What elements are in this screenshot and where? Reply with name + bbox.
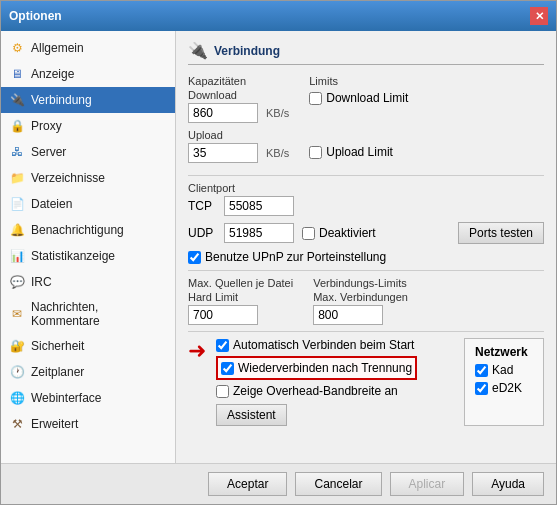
sidebar-item-server[interactable]: 🖧 Server [1,139,175,165]
sidebar-item-nachrichten[interactable]: ✉ Nachrichten, Kommentare [1,295,175,333]
sidebar-label-server: Server [31,145,66,159]
download-limit-checkbox-label[interactable]: Download Limit [309,91,408,105]
main-window: Optionen ✕ ⚙ Allgemein 🖥 Anzeige 🔌 Verbi… [0,0,557,505]
divider-1 [188,175,544,176]
ed2k-checkbox-label[interactable]: eD2K [475,381,533,395]
tcp-row: TCP [188,196,544,216]
overhead-checkbox-label[interactable]: Zeige Overhead-Bandbreite an [216,384,417,398]
upload-input[interactable] [188,143,258,163]
sidebar-item-benachrichtigung[interactable]: 🔔 Benachrichtigung [1,217,175,243]
sidebar-label-dateien: Dateien [31,197,72,211]
aplicar-button[interactable]: Aplicar [390,472,465,496]
section-title: Verbindung [214,44,280,58]
verbindung-section-icon: 🔌 [188,41,208,60]
sidebar-item-allgemein[interactable]: ⚙ Allgemein [1,35,175,61]
sidebar-item-statistikanzeige[interactable]: 📊 Statistikanzeige [1,243,175,269]
right-panel: 🔌 Verbindung Kapazitäten Download KB/s U… [176,31,556,463]
divider-2 [188,270,544,271]
clientport-label: Clientport [188,182,544,194]
allgemein-icon: ⚙ [9,40,25,56]
verbinden-section: ➜ Automatisch Verbinden beim Start Wiede… [188,338,444,426]
statistikanzeige-icon: 📊 [9,248,25,264]
upload-limit-checkbox-label[interactable]: Upload Limit [309,145,408,159]
dateien-icon: 📄 [9,196,25,212]
aceptar-button[interactable]: Aceptar [208,472,287,496]
download-label: Download [188,89,289,101]
sidebar-item-verzeichnisse[interactable]: 📁 Verzeichnisse [1,165,175,191]
sidebar-item-anzeige[interactable]: 🖥 Anzeige [1,61,175,87]
download-row: KB/s [188,103,289,123]
arrow-indicator: ➜ [188,338,206,364]
deaktiviert-label: Deaktiviert [319,226,376,240]
kad-checkbox-label[interactable]: Kad [475,363,533,377]
ayuda-button[interactable]: Ayuda [472,472,544,496]
auto-verbinden-checkbox-label[interactable]: Automatisch Verbinden beim Start [216,338,417,352]
assistent-button[interactable]: Assistent [216,404,287,426]
download-input[interactable] [188,103,258,123]
max-verbindungen-input[interactable] [313,305,383,325]
download-unit: KB/s [266,107,289,119]
kapazitaeten-label: Kapazitäten [188,75,289,87]
sidebar-item-dateien[interactable]: 📄 Dateien [1,191,175,217]
netzwerk-title: Netzwerk [475,345,533,359]
sidebar: ⚙ Allgemein 🖥 Anzeige 🔌 Verbindung 🔒 Pro… [1,31,176,463]
sidebar-item-zeitplaner[interactable]: 🕐 Zeitplaner [1,359,175,385]
benachrichtigung-icon: 🔔 [9,222,25,238]
tcp-label: TCP [188,199,216,213]
sidebar-item-verbindung[interactable]: 🔌 Verbindung [1,87,175,113]
udp-label: UDP [188,226,216,240]
udp-row: UDP Deaktiviert Ports testen [188,222,544,244]
kad-label: Kad [492,363,513,377]
sidebar-label-verbindung: Verbindung [31,93,92,107]
bottom-section: ➜ Automatisch Verbinden beim Start Wiede… [188,338,544,426]
overhead-checkbox[interactable] [216,385,229,398]
limits-label: Limits [309,75,408,87]
sidebar-label-statistikanzeige: Statistikanzeige [31,249,115,263]
title-bar: Optionen ✕ [1,1,556,31]
upload-limit-checkbox[interactable] [309,146,322,159]
erweitert-icon: ⚒ [9,416,25,432]
webinterface-icon: 🌐 [9,390,25,406]
ed2k-checkbox[interactable] [475,382,488,395]
wiederverbinden-checkbox-label[interactable]: Wiederverbinden nach Trennung [221,361,412,375]
sidebar-label-proxy: Proxy [31,119,62,133]
sidebar-item-proxy[interactable]: 🔒 Proxy [1,113,175,139]
verbindungs-limits-label: Verbindungs-Limits [313,277,408,289]
cancelar-button[interactable]: Cancelar [295,472,381,496]
max-quellen-section: Max. Quellen je Datei Hard Limit [188,277,293,325]
ports-testen-button[interactable]: Ports testen [458,222,544,244]
deaktiviert-checkbox[interactable] [302,227,315,240]
kapazitaeten-limits-row: Kapazitäten Download KB/s Upload KB/s [188,75,544,169]
sidebar-item-webinterface[interactable]: 🌐 Webinterface [1,385,175,411]
max-quellen-label: Max. Quellen je Datei [188,277,293,289]
upnp-checkbox-label[interactable]: Benutze UPnP zur Porteinstellung [188,250,544,264]
download-limit-checkbox[interactable] [309,92,322,105]
max-verbindungen-label: Max. Verbindungen [313,291,408,303]
upload-label: Upload [188,129,289,141]
anzeige-icon: 🖥 [9,66,25,82]
sidebar-label-verzeichnisse: Verzeichnisse [31,171,105,185]
wiederverbinden-checkbox[interactable] [221,362,234,375]
kapazitaeten-section: Kapazitäten Download KB/s Upload KB/s [188,75,289,169]
overhead-label: Zeige Overhead-Bandbreite an [233,384,398,398]
irc-icon: 💬 [9,274,25,290]
tcp-input[interactable] [224,196,294,216]
wiederverbinden-label: Wiederverbinden nach Trennung [238,361,412,375]
sidebar-item-erweitert[interactable]: ⚒ Erweitert [1,411,175,437]
close-button[interactable]: ✕ [530,7,548,25]
udp-input[interactable] [224,223,294,243]
hard-limit-input[interactable] [188,305,258,325]
nachrichten-icon: ✉ [9,306,25,322]
limits-section: Limits Download Limit Upload Limit [309,75,408,169]
sidebar-label-allgemein: Allgemein [31,41,84,55]
kad-checkbox[interactable] [475,364,488,377]
deaktiviert-checkbox-label[interactable]: Deaktiviert [302,226,376,240]
auto-verbinden-checkbox[interactable] [216,339,229,352]
sidebar-item-irc[interactable]: 💬 IRC [1,269,175,295]
upnp-checkbox[interactable] [188,251,201,264]
sidebar-label-erweitert: Erweitert [31,417,78,431]
divider-3 [188,331,544,332]
footer: Aceptar Cancelar Aplicar Ayuda [1,463,556,504]
section-header: 🔌 Verbindung [188,41,544,65]
sidebar-item-sicherheit[interactable]: 🔐 Sicherheit [1,333,175,359]
